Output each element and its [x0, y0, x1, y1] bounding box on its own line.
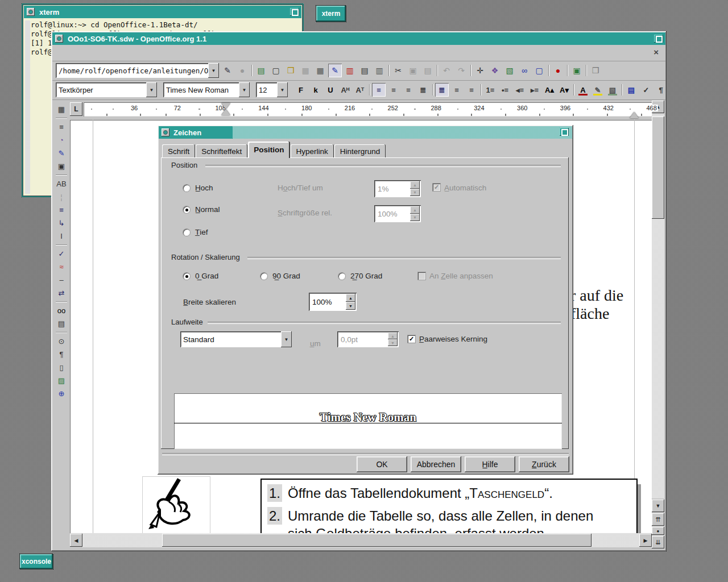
- vertical-scrollbar[interactable]: ▲ ▼ ⇈ ● ⇊: [652, 101, 664, 551]
- right-indent-marker[interactable]: [630, 112, 639, 118]
- autoformat-icon[interactable]: ✓: [639, 83, 653, 97]
- new-document-icon[interactable]: ▢: [269, 64, 283, 77]
- superscript-icon[interactable]: Aᴴ: [338, 83, 352, 97]
- paragraph-dialog-icon[interactable]: ¶: [654, 83, 668, 97]
- autotext-icon[interactable]: AB: [55, 177, 68, 190]
- close-document-icon[interactable]: ×: [653, 47, 659, 57]
- main-titlebar[interactable]: OOo1-SO6-TK.sdw - OpenOffice.org 1.1: [52, 32, 665, 45]
- radio-hoch[interactable]: [183, 185, 190, 192]
- chevron-down-icon[interactable]: [277, 82, 288, 97]
- paarweises-kerning-checkbox[interactable]: [408, 335, 415, 343]
- xterm-minimized-window[interactable]: xterm: [316, 6, 346, 22]
- outline-icon[interactable]: ↳: [55, 217, 68, 229]
- scroll-left-icon[interactable]: ◀: [70, 534, 82, 547]
- stop-loading-icon[interactable]: ●: [235, 64, 249, 77]
- tab-type-button[interactable]: L: [70, 102, 82, 116]
- font-color-icon[interactable]: A: [576, 83, 590, 97]
- data-sources-icon[interactable]: ▢: [532, 64, 546, 77]
- align-justify-icon[interactable]: ≣: [416, 83, 430, 97]
- spin-down-icon[interactable]: [388, 339, 398, 346]
- menu-ansicht[interactable]: [89, 52, 104, 54]
- xconsole-minimized-window[interactable]: xconsole: [20, 554, 53, 569]
- maximize-icon[interactable]: [560, 128, 569, 136]
- spin-up-icon[interactable]: [388, 332, 398, 339]
- spin-up-icon[interactable]: [410, 181, 420, 189]
- window-menu-icon[interactable]: [55, 35, 63, 43]
- numbering-onoff-icon[interactable]: ≡: [55, 203, 68, 216]
- xterm-scrollbar[interactable]: [25, 20, 30, 194]
- breite-skalieren-spinner[interactable]: 100%: [309, 293, 357, 311]
- url-combobox[interactable]: /home/rolf/openoffice/anleitungen/OOo1-S…: [56, 63, 219, 78]
- nonprinting-characters-icon[interactable]: ¶: [55, 348, 68, 360]
- radio-90-grad[interactable]: [260, 273, 267, 280]
- ibeam-cursor-icon[interactable]: I: [55, 230, 68, 242]
- help-button[interactable]: H̲ilfe: [465, 456, 515, 472]
- data-sources-icon[interactable]: ▤: [55, 317, 68, 330]
- italic-icon[interactable]: k: [309, 83, 322, 97]
- graphics-onoff-icon[interactable]: ▨: [55, 374, 68, 386]
- menu-hilfe[interactable]: [163, 52, 177, 54]
- direct-cursor-icon[interactable]: ¦: [55, 190, 68, 203]
- chevron-down-icon[interactable]: [239, 82, 250, 97]
- edit-mode-icon[interactable]: ✎: [328, 64, 342, 77]
- previous-page-icon[interactable]: ⇈: [652, 513, 664, 526]
- maximize-icon[interactable]: [654, 35, 663, 43]
- insert-image-icon[interactable]: ▣: [570, 64, 584, 77]
- insert-table-icon[interactable]: ▦: [55, 103, 68, 115]
- chevron-down-icon[interactable]: [146, 82, 157, 97]
- print-icon[interactable]: ▤: [358, 64, 371, 77]
- automatisch-checkbox[interactable]: [433, 184, 440, 191]
- radio-270-grad[interactable]: [338, 273, 345, 280]
- relsize-spinner[interactable]: 100%: [374, 205, 421, 222]
- cut-icon[interactable]: ✂: [391, 64, 405, 77]
- page-preview-icon[interactable]: ▥: [373, 64, 386, 77]
- highlighting-icon[interactable]: ✎: [591, 83, 605, 97]
- spin-up-icon[interactable]: [346, 294, 355, 302]
- font-name-combobox[interactable]: Times New Roman: [163, 82, 250, 97]
- insert-object-icon[interactable]: ◔: [55, 134, 68, 146]
- load-url-icon[interactable]: ❒: [589, 64, 602, 77]
- hyperlink-dialog-icon[interactable]: ∞: [518, 64, 531, 77]
- find-icon[interactable]: oo: [55, 304, 68, 317]
- cancel-button[interactable]: Abbrechen: [411, 456, 461, 472]
- hochtief-spinner[interactable]: 1%: [374, 180, 421, 197]
- export-pdf-icon[interactable]: ▥: [343, 64, 357, 77]
- underline-icon[interactable]: U: [324, 83, 337, 97]
- maximize-icon[interactable]: [290, 8, 299, 16]
- radio-normal[interactable]: [183, 206, 190, 213]
- scroll-down-icon[interactable]: ▼: [652, 500, 664, 512]
- navigator-icon[interactable]: ✛: [473, 64, 487, 77]
- numbered-list-icon[interactable]: 1≡: [483, 83, 497, 97]
- draw-functions-icon[interactable]: ✎: [55, 147, 68, 159]
- hand-pen-illustration[interactable]: [142, 476, 210, 533]
- um-spinner[interactable]: 0,0pt: [337, 331, 399, 347]
- tab-hintergrund[interactable]: Hintergrund: [334, 144, 386, 158]
- hyphenation-icon[interactable]: –: [55, 273, 68, 286]
- menu-extras[interactable]: [133, 52, 148, 54]
- spellcheck-icon[interactable]: ✓: [55, 247, 68, 260]
- ruler[interactable]: 3672108144180216252288324360396432468: [84, 102, 652, 117]
- window-menu-icon[interactable]: [27, 8, 35, 16]
- chevron-down-icon[interactable]: [281, 331, 292, 347]
- line-spacing-15-icon[interactable]: ≡: [450, 83, 464, 97]
- bullet-list-icon[interactable]: •≡: [498, 83, 512, 97]
- online-layout-icon[interactable]: ⊕: [55, 387, 68, 400]
- chevron-down-icon[interactable]: [208, 63, 219, 78]
- styles-icon[interactable]: ▤: [624, 83, 638, 97]
- numbered-list-frame[interactable]: 1. Öffne das Tabellendokument „Taschenge…: [260, 479, 638, 533]
- menu-bearbeiten[interactable]: [74, 52, 89, 54]
- window-menu-icon[interactable]: [162, 128, 169, 136]
- save-document-icon[interactable]: ▦: [299, 64, 312, 77]
- paragraph-background-icon[interactable]: ▧: [606, 83, 619, 97]
- spin-down-icon[interactable]: [410, 189, 420, 196]
- spin-down-icon[interactable]: [346, 302, 355, 310]
- scroll-right-icon[interactable]: ▶: [639, 534, 652, 547]
- auto-spellcheck-icon[interactable]: ≈: [55, 260, 68, 273]
- radio-0-grad[interactable]: [183, 273, 190, 280]
- horizontal-scroll-thumb[interactable]: [162, 534, 592, 547]
- edit-file-icon[interactable]: ✎: [221, 64, 234, 77]
- ok-button[interactable]: OK: [357, 456, 407, 472]
- xterm-titlebar[interactable]: xterm: [24, 6, 301, 18]
- spin-down-icon[interactable]: [410, 214, 420, 221]
- menu-fenster[interactable]: [148, 52, 163, 54]
